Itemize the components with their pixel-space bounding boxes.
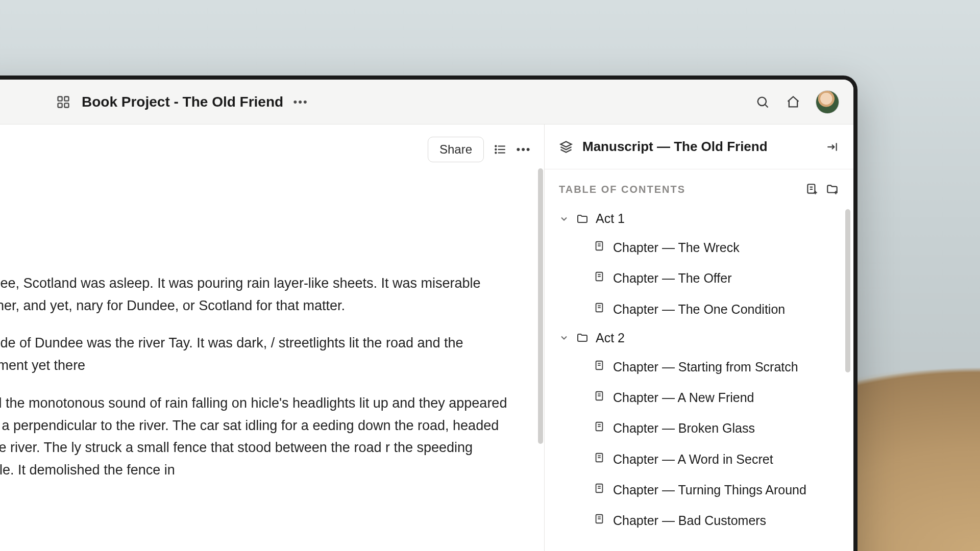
editor-pane: Share ••• Dundee, Scotland was asleep. I…	[0, 124, 544, 551]
app-window: Book Project - The Old Friend ••• Share	[0, 76, 857, 551]
toc-chapter-label: Chapter — The Wreck	[613, 238, 740, 257]
toc-label: TABLE OF CONTENTS	[559, 184, 798, 195]
user-avatar[interactable]	[816, 90, 839, 114]
editor-body[interactable]: Dundee, Scotland was asleep. It was pour…	[0, 272, 513, 497]
toc-chapter[interactable]: Chapter — A New Friend	[554, 382, 844, 413]
svg-point-4	[758, 97, 766, 105]
folder-icon	[576, 213, 589, 225]
project-title[interactable]: Book Project - The Old Friend	[82, 94, 283, 110]
manuscript-panel-header: Manuscript — The Old Friend	[545, 124, 853, 169]
svg-point-9	[495, 145, 496, 146]
toc-chapter-label: Chapter — Bad Customers	[613, 511, 766, 530]
toc-chapter[interactable]: Chapter — Turning Things Around	[554, 474, 844, 505]
editor-paragraph[interactable]: upted the monotonous sound of rain falli…	[0, 392, 513, 482]
toc-chapter[interactable]: Chapter — Bad Customers	[554, 505, 844, 536]
editor-paragraph[interactable]: uth side of Dundee was the river Tay. It…	[0, 332, 513, 377]
document-icon	[594, 271, 605, 282]
toc-folder[interactable]: Act 2	[554, 324, 844, 352]
outline-list-icon[interactable]	[493, 142, 507, 157]
toc-chapter[interactable]: Chapter — The Offer	[554, 263, 844, 293]
document-icon	[594, 390, 605, 402]
stack-icon	[559, 140, 573, 154]
chevron-down-icon[interactable]	[559, 333, 569, 343]
svg-point-11	[495, 152, 496, 153]
document-icon	[594, 240, 605, 252]
toc-chapter-label: Chapter — The One Condition	[613, 300, 785, 318]
toc-tree: Act 1Chapter — The WreckChapter — The Of…	[545, 205, 853, 536]
toc-chapter[interactable]: Chapter — Starting from Scratch	[554, 352, 844, 382]
editor-paragraph[interactable]: Dundee, Scotland was asleep. It was pour…	[0, 272, 513, 317]
topbar-right	[754, 90, 839, 114]
document-icon	[594, 452, 605, 463]
topbar: Book Project - The Old Friend •••	[0, 80, 853, 124]
app-grid-icon[interactable]	[55, 94, 71, 110]
toc-scrollbar[interactable]	[845, 209, 850, 372]
toc-chapter-label: Chapter — The Offer	[613, 269, 732, 287]
svg-rect-3	[64, 103, 68, 107]
home-icon[interactable]	[785, 94, 801, 110]
editor-scrollbar[interactable]	[537, 168, 544, 444]
svg-point-10	[495, 149, 496, 150]
share-button[interactable]: Share	[428, 137, 484, 162]
toc-chapter-label: Chapter — Turning Things Around	[613, 481, 806, 499]
toc-chapter-label: Chapter — Broken Glass	[613, 419, 755, 437]
editor-more-icon[interactable]: •••	[517, 142, 531, 157]
document-icon	[594, 302, 605, 313]
toc-folder-label: Act 1	[596, 211, 625, 226]
toc-chapter[interactable]: Chapter — Broken Glass	[554, 413, 844, 443]
svg-rect-1	[64, 96, 68, 101]
main-split: Share ••• Dundee, Scotland was asleep. I…	[0, 124, 853, 551]
toc-chapter[interactable]: Chapter — A Word in Secret	[554, 444, 844, 474]
toc-folder[interactable]: Act 1	[554, 205, 844, 232]
manuscript-panel: Manuscript — The Old Friend TABLE OF CON…	[544, 124, 853, 551]
new-folder-icon[interactable]	[826, 183, 839, 196]
document-icon	[594, 421, 605, 432]
svg-rect-2	[58, 103, 62, 107]
editor-toolbar: Share •••	[428, 137, 531, 162]
svg-rect-0	[58, 96, 62, 101]
project-more-icon[interactable]: •••	[293, 95, 308, 109]
document-icon	[594, 483, 605, 494]
svg-line-5	[765, 105, 768, 107]
toc-chapter-label: Chapter — Starting from Scratch	[613, 358, 798, 376]
toc-chapter-label: Chapter — A New Friend	[613, 388, 754, 407]
topbar-left: Book Project - The Old Friend •••	[55, 94, 308, 110]
folder-icon	[576, 332, 589, 344]
toc-header: TABLE OF CONTENTS	[545, 169, 853, 205]
chevron-down-icon[interactable]	[559, 214, 569, 224]
collapse-panel-icon[interactable]	[825, 140, 839, 154]
document-icon	[594, 513, 605, 524]
toc-chapter[interactable]: Chapter — The One Condition	[554, 294, 844, 324]
document-icon	[594, 360, 605, 371]
toc-chapter-label: Chapter — A Word in Secret	[613, 450, 773, 468]
manuscript-title[interactable]: Manuscript — The Old Friend	[582, 139, 816, 155]
toc-folder-label: Act 2	[596, 331, 625, 345]
new-document-icon[interactable]	[805, 183, 819, 196]
search-icon[interactable]	[754, 94, 771, 110]
toc-chapter[interactable]: Chapter — The Wreck	[554, 232, 844, 263]
